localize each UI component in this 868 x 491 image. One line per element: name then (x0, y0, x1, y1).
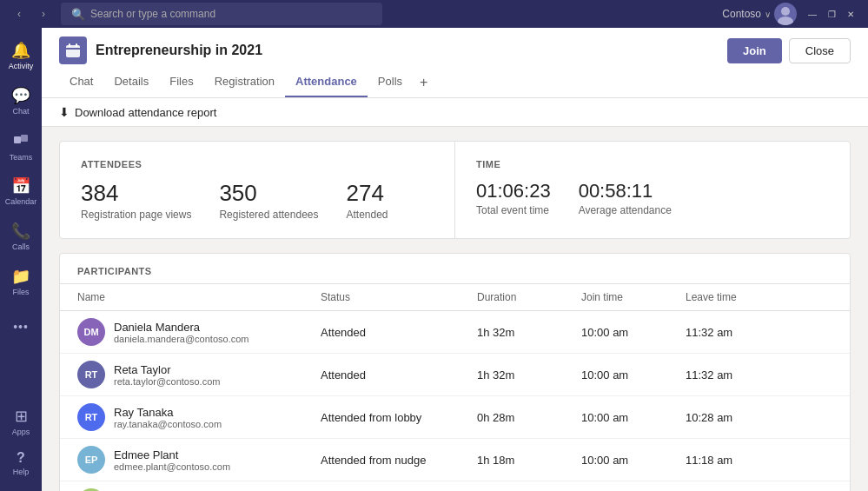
participant-cell: RT Reta Taylor reta.taylor@contoso.com (77, 361, 321, 388)
participant-status: Attended from lobby (321, 409, 477, 425)
svg-rect-3 (21, 135, 28, 142)
meeting-title-row: Entrepreneurship in 2021 Join Close (59, 28, 851, 64)
nav-back-button[interactable]: ‹ (9, 3, 30, 24)
metric-total-time-value: 01:06:23 (476, 180, 551, 202)
apps-icon: ⊞ (15, 407, 28, 426)
status-attended: Attended from lobby (321, 411, 421, 424)
participant-leave-time: 10:28 am (686, 411, 790, 424)
table-row[interactable]: EP Edmee Plant edmee.plant@contoso.com A… (60, 439, 850, 481)
download-report-button[interactable]: ⬇ Download attendance report (59, 105, 216, 119)
sidebar-label-apps: Apps (12, 428, 30, 436)
sidebar-item-teams[interactable]: Teams (3, 125, 38, 167)
metric-label-2: Attended (346, 209, 388, 221)
meeting-tabs: Chat Details Files Registration Attendan… (59, 68, 851, 97)
attendees-title: ATTENDEES (81, 159, 434, 169)
files-icon: 📁 (11, 267, 30, 286)
participant-status: Attended (321, 367, 477, 382)
participant-status: Attended (321, 324, 477, 340)
attendees-card: ATTENDEES 384 Registration page views 35… (60, 142, 454, 238)
teams-icon (12, 131, 30, 151)
tab-files[interactable]: Files (159, 68, 203, 97)
participant-join-time: 10:00 am (581, 326, 686, 339)
stats-row: ATTENDEES 384 Registration page views 35… (59, 141, 851, 239)
metric-total-time: 01:06:23 Total event time (476, 180, 551, 216)
sidebar-item-activity[interactable]: 🔔 Activity (3, 35, 38, 76)
meeting-header: Entrepreneurship in 2021 Join Close Chat… (42, 28, 868, 98)
participant-leave-time: 11:32 am (686, 368, 790, 382)
time-title: TIME (476, 159, 829, 169)
table-row[interactable]: RT Ray Tanaka ray.tanaka@contoso.com Att… (60, 396, 850, 439)
table-row[interactable]: CG Carianne Gentry carianne.gentry@conto… (60, 481, 850, 491)
col-leave-time: Leave time (686, 291, 790, 303)
restore-button[interactable]: ❐ (823, 5, 840, 23)
participant-cell: RT Ray Tanaka ray.tanaka@contoso.com (77, 403, 321, 431)
sidebar-item-more[interactable]: ••• (3, 306, 38, 348)
participant-leave-time: 11:18 am (686, 454, 790, 467)
activity-icon: 🔔 (11, 41, 30, 60)
sidebar-item-files[interactable]: 📁 Files (3, 261, 38, 302)
close-meeting-button[interactable]: Close (789, 38, 851, 63)
participants-body: DM Daniela Mandera daniela.mandera@conto… (60, 311, 850, 491)
search-bar[interactable]: 🔍 Search or type a command (61, 3, 382, 25)
metric-value-1: 350 (219, 180, 318, 207)
close-button[interactable]: ✕ (842, 5, 859, 23)
svg-rect-4 (66, 45, 80, 57)
sidebar-item-apps[interactable]: ⊞ Apps (3, 401, 38, 442)
calls-icon: 📞 (11, 222, 30, 241)
svg-rect-2 (14, 136, 21, 143)
sidebar-item-calls[interactable]: 📞 Calls (3, 216, 38, 257)
participant-avatar: DM (77, 318, 105, 346)
participant-duration: 1h 32m (477, 326, 581, 339)
time-card: TIME 01:06:23 Total event time 00:58:11 … (454, 142, 850, 238)
nav-controls: ‹ › (9, 3, 54, 24)
download-label: Download attendance report (75, 106, 216, 119)
tab-polls[interactable]: Polls (368, 68, 413, 97)
participant-info: Edmee Plant edmee.plant@contoso.com (114, 448, 230, 472)
sub-header: ⬇ Download attendance report (42, 98, 868, 127)
sidebar-label-chat: Chat (12, 107, 29, 116)
sidebar-item-calendar[interactable]: 📅 Calendar (3, 170, 38, 212)
sidebar-item-help[interactable]: ? Help (3, 442, 38, 484)
participant-name: Reta Taylor (114, 363, 220, 376)
table-row[interactable]: DM Daniela Mandera daniela.mandera@conto… (60, 311, 850, 354)
participant-email: edmee.plant@contoso.com (114, 461, 230, 472)
status-attended: Attended (321, 368, 366, 382)
tab-chat[interactable]: Chat (59, 68, 103, 97)
title-bar-left: ‹ › 🔍 Search or type a command (9, 3, 382, 25)
participant-duration: 0h 28m (477, 411, 581, 424)
tab-add-button[interactable]: + (413, 68, 434, 97)
meeting-actions: Join Close (727, 38, 851, 63)
metric-value-0: 384 (81, 180, 191, 207)
participant-email: ray.tanaka@contoso.com (114, 419, 222, 429)
join-button[interactable]: Join (727, 38, 782, 63)
attendees-metrics: 384 Registration page views 350 Register… (81, 180, 434, 221)
participant-cell: EP Edmee Plant edmee.plant@contoso.com (77, 446, 321, 474)
metric-value-2: 274 (346, 180, 388, 207)
metric-avg-attendance-label: Average attendance (579, 204, 672, 216)
svg-rect-7 (76, 43, 77, 47)
tab-attendance[interactable]: Attendance (285, 68, 368, 97)
participant-avatar: RT (77, 403, 105, 431)
main-content[interactable]: ATTENDEES 384 Registration page views 35… (42, 127, 868, 491)
sidebar-label-files: Files (12, 288, 29, 296)
participant-join-time: 10:00 am (581, 411, 686, 424)
table-header: Name Status Duration Join time Leave tim… (60, 284, 850, 311)
minimize-button[interactable]: — (804, 5, 821, 23)
participant-email: daniela.mandera@contoso.com (114, 334, 248, 344)
tab-details[interactable]: Details (103, 68, 159, 97)
participant-avatar: EP (77, 446, 105, 474)
metric-label-1: Registered attendees (219, 209, 318, 221)
avatar[interactable] (774, 3, 797, 25)
table-row[interactable]: RT Reta Taylor reta.taylor@contoso.com A… (60, 354, 850, 396)
participant-cell: DM Daniela Mandera daniela.mandera@conto… (77, 318, 321, 346)
tab-registration[interactable]: Registration (204, 68, 285, 97)
participant-status: Attended from nudge (321, 452, 477, 468)
search-placeholder: Search or type a command (90, 8, 215, 20)
app-container: 🔔 Activity 💬 Chat Teams 📅 Calendar 📞 Cal… (0, 28, 868, 491)
participant-join-time: 10:00 am (581, 454, 686, 467)
col-status: Status (321, 291, 477, 303)
avatar-initials: RT (85, 412, 98, 422)
meeting-title-left: Entrepreneurship in 2021 (59, 36, 262, 64)
sidebar-item-chat[interactable]: 💬 Chat (3, 80, 38, 122)
nav-forward-button[interactable]: › (33, 3, 54, 24)
